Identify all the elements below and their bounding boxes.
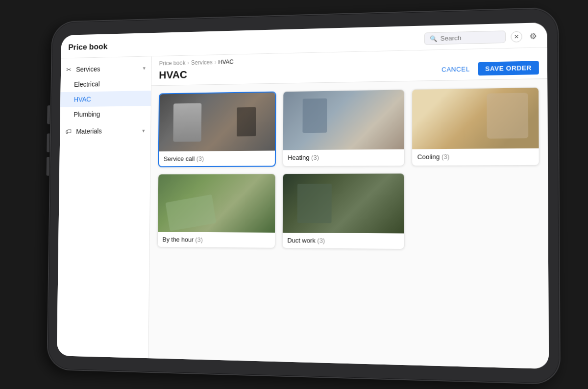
tag-icon: 🏷: [65, 127, 72, 135]
category-image-by-hour: [158, 174, 275, 233]
scissors-icon: ✂: [66, 66, 72, 73]
close-button[interactable]: ✕: [511, 31, 522, 42]
chevron-down-icon-materials: ▾: [142, 127, 145, 134]
action-buttons: CANCEL SAVE ORDER: [438, 61, 539, 76]
breadcrumb-sep-2: ›: [215, 59, 217, 66]
services-label: ✂ Services: [66, 65, 100, 73]
sidebar-item-hvac[interactable]: HVAC: [60, 91, 151, 107]
category-image-heating: [283, 90, 404, 150]
category-image-cooling: [412, 88, 539, 149]
category-count-by-hour: (3): [195, 236, 202, 243]
category-grid: Service call (3) Heating (3): [157, 87, 540, 251]
category-card-heating[interactable]: Heating (3): [282, 89, 405, 167]
chevron-down-icon: ▾: [143, 65, 146, 72]
content-area: Price book › Services › HVAC HVAC CANCEL…: [148, 48, 549, 369]
category-label-service-call: Service call (3): [159, 150, 274, 166]
cancel-button[interactable]: CANCEL: [438, 63, 474, 75]
sidebar-item-electrical[interactable]: Electrical: [60, 75, 151, 92]
category-label-heating: Heating (3): [283, 149, 404, 166]
category-image-service-call: [159, 93, 275, 152]
content-grid: Service call (3) Heating (3): [148, 79, 549, 369]
breadcrumb-services[interactable]: Services: [191, 59, 213, 66]
sidebar-services-header[interactable]: ✂ Services ▾: [61, 60, 151, 77]
title-bar-right: 🔍 ✕ ⚙: [424, 30, 539, 45]
search-input[interactable]: [441, 33, 500, 42]
sidebar-item-plumbing[interactable]: Plumbing: [60, 106, 151, 122]
breadcrumb-sep-1: ›: [187, 59, 189, 66]
tablet-frame: Price book 🔍 ✕ ⚙: [47, 7, 561, 385]
sidebar-section-services: ✂ Services ▾ Electrical HVAC Plumbing: [60, 60, 151, 122]
category-count-service-call: (3): [196, 155, 204, 162]
category-count-cooling: (3): [441, 153, 449, 160]
category-label-cooling: Cooling (3): [412, 148, 539, 165]
screen: Price book 🔍 ✕ ⚙: [57, 23, 549, 369]
category-label-duct-work: Duct work (3): [282, 233, 404, 249]
category-card-by-hour[interactable]: By the hour (3): [157, 173, 276, 248]
category-card-cooling[interactable]: Cooling (3): [412, 87, 539, 166]
title-bar-left: Price book: [68, 42, 107, 52]
category-card-service-call[interactable]: Service call (3): [158, 92, 276, 168]
category-label-by-hour: By the hour (3): [158, 232, 275, 247]
category-count-duct-work: (3): [317, 237, 325, 244]
sidebar-section-materials: 🏷 Materials ▾: [60, 123, 150, 139]
materials-label: 🏷 Materials: [65, 127, 102, 135]
breadcrumb-current: HVAC: [218, 58, 233, 65]
sidebar: ✂ Services ▾ Electrical HVAC Plumbing �: [57, 56, 152, 358]
app-title: Price book: [68, 42, 107, 52]
search-icon: 🔍: [430, 35, 437, 42]
sidebar-materials-header[interactable]: 🏷 Materials ▾: [60, 123, 150, 139]
settings-icon[interactable]: ⚙: [527, 30, 539, 42]
category-count-heating: (3): [311, 154, 319, 161]
app-window: Price book 🔍 ✕ ⚙: [57, 23, 549, 369]
save-order-button[interactable]: SAVE ORDER: [478, 61, 539, 75]
breadcrumb-pricebook[interactable]: Price book: [159, 60, 186, 67]
search-box[interactable]: 🔍: [424, 30, 506, 45]
category-card-duct-work[interactable]: Duct work (3): [282, 173, 405, 249]
main-layout: ✂ Services ▾ Electrical HVAC Plumbing �: [57, 48, 549, 369]
category-image-duct-work: [283, 173, 405, 233]
page-title: HVAC: [159, 68, 187, 81]
